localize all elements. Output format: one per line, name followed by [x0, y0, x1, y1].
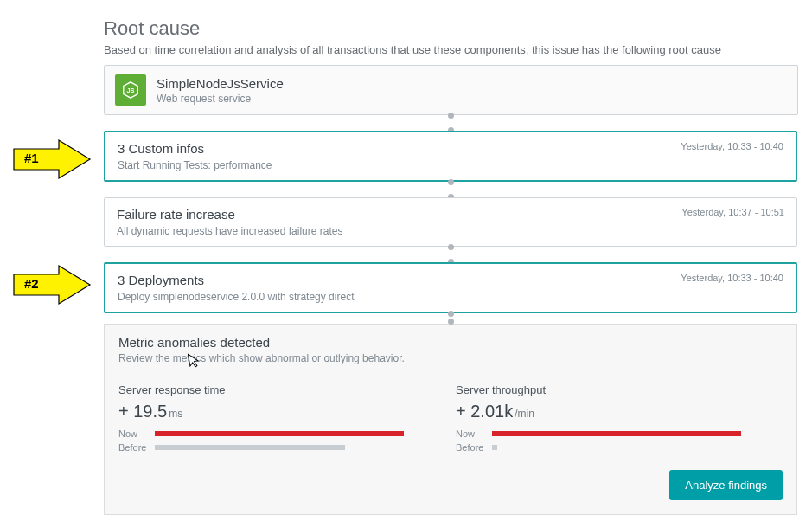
annotation-arrow-2-label: #2 [24, 276, 39, 291]
event-subtitle: Start Running Tests: performance [118, 159, 272, 171]
page-title: Root cause [104, 17, 811, 40]
service-title: SimpleNodeJsService [157, 76, 284, 91]
svg-text:JS: JS [127, 87, 135, 94]
event-failure-rate[interactable]: Failure rate increase All dynamic reques… [104, 197, 797, 247]
event-time: Yesterday, 10:33 - 10:40 [672, 141, 783, 151]
event-subtitle: All dynamic requests have increased fail… [117, 225, 342, 237]
anomaly-card: Metric anomalies detected Review the met… [104, 324, 797, 515]
connector [104, 247, 797, 262]
connector [104, 182, 797, 197]
bar-now [492, 431, 741, 436]
annotation-arrow-1-label: #1 [24, 151, 39, 165]
bar-before-label: Before [456, 442, 492, 453]
bar-before-label: Before [118, 442, 155, 453]
bar-now-label: Now [456, 428, 492, 439]
nodejs-icon: JS [115, 74, 146, 106]
metric-label: Server response time [118, 383, 421, 396]
bar-before [492, 445, 497, 450]
event-deployments[interactable]: 3 Deployments Deploy simplenodeservice 2… [104, 262, 797, 313]
metric-value: + 19.5ms [118, 402, 421, 422]
service-subtitle: Web request service [157, 93, 284, 105]
metric-label: Server throughput [456, 383, 758, 396]
event-title: Failure rate increase [117, 207, 342, 222]
anomaly-subtitle: Review the metrics which show abnormal o… [118, 352, 783, 364]
metric-response-time: Server response time + 19.5ms Now Before [118, 383, 421, 453]
analyze-findings-button[interactable]: Analyze findings [669, 470, 783, 500]
bar-before [155, 445, 345, 450]
metric-throughput: Server throughput + 2.01k/min Now Before [456, 383, 758, 453]
anomaly-title: Metric anomalies detected [118, 335, 783, 350]
annotation-arrow-2: #2 [10, 264, 93, 306]
event-time: Yesterday, 10:37 - 10:51 [673, 207, 784, 217]
event-title: 3 Deployments [118, 273, 354, 287]
event-time: Yesterday, 10:33 - 10:40 [672, 273, 783, 283]
bar-now [155, 431, 404, 436]
service-card[interactable]: JS SimpleNodeJsService Web request servi… [104, 65, 798, 115]
bar-now-label: Now [118, 428, 155, 439]
annotation-arrow-1: #1 [10, 138, 93, 180]
page-subtitle: Based on time correlation and analysis o… [104, 43, 811, 56]
metric-value: + 2.01k/min [456, 402, 758, 422]
event-subtitle: Deploy simplenodeservice 2.0.0 with stra… [118, 291, 354, 303]
event-custom-infos[interactable]: 3 Custom infos Start Running Tests: perf… [104, 131, 797, 182]
connector [104, 115, 797, 131]
connector [104, 313, 797, 329]
event-title: 3 Custom infos [118, 141, 272, 156]
